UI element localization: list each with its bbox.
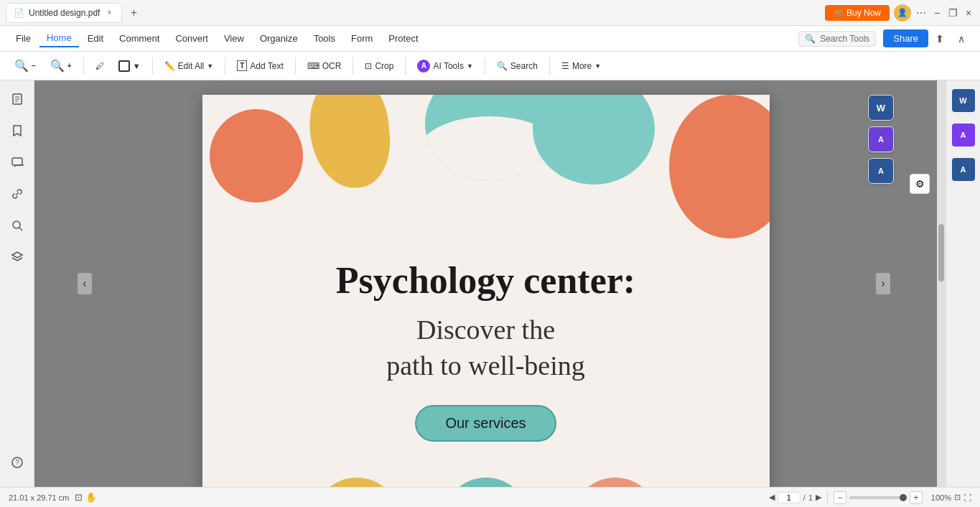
shape-orange-right [669,95,770,238]
hand-icon[interactable]: ✋ [85,492,97,503]
zoom-slider[interactable] [849,496,907,499]
pdf-text-content: Psychology center: Discover the path to … [202,246,770,470]
sidebar-pages-icon[interactable] [7,89,27,109]
shape-orange-left [210,109,303,203]
ocr-label: OCR [322,61,342,71]
menu-view[interactable]: View [217,30,251,47]
svg-text:?: ? [15,459,19,467]
next-page-arrow[interactable]: ▶ [816,493,821,502]
highlight-button[interactable]: 🖊 [90,58,110,74]
svg-rect-4 [12,158,22,165]
share-button[interactable]: Share [883,29,928,47]
separator-3 [225,57,225,75]
edit-all-button[interactable]: ✏️ Edit All ▼ [159,58,220,74]
avatar: 👤 [894,4,911,22]
collapse-button[interactable]: ∧ [951,29,971,49]
crop-icon: ⊡ [365,61,372,71]
separator-4 [295,57,296,75]
illustration-2 [443,478,529,487]
select-button[interactable]: ▼ [113,57,146,75]
settings-panel-btn[interactable]: ⚙ [910,174,930,194]
menu-form[interactable]: Form [344,30,380,47]
scroll-thumb[interactable] [938,224,944,282]
more-button[interactable]: ☰ More ▼ [556,58,607,74]
page-separator: / [803,493,806,502]
minimize-button[interactable]: ⋯ [915,7,927,19]
fullscreen-btn[interactable]: ⛶ [963,493,971,502]
menu-protect[interactable]: Protect [381,30,425,47]
page-navigation: ◀ / 1 ▶ [769,492,821,503]
new-tab-btn[interactable]: + [125,4,142,22]
menu-organize[interactable]: Organize [253,30,305,47]
prev-page-btn[interactable]: ‹ [78,273,92,294]
tab-close-btn[interactable]: × [104,8,114,18]
main-content: ? ‹ Psych [0,80,980,487]
more-arrow: ▼ [594,62,601,70]
zoom-in-button[interactable]: 🔍 + [45,56,78,75]
ocr-button[interactable]: ⌨ OCR [302,58,347,74]
zoom-in-icon: 🔍 [50,59,65,73]
ai-arrow: ▼ [467,62,473,70]
separator-2 [152,57,153,75]
search-icon: 🔍 [805,34,816,44]
next-page-btn[interactable]: › [876,273,890,294]
canvas-area[interactable]: ‹ Psychology center: [34,80,937,487]
right-panel-btn-3[interactable]: A [952,158,975,181]
zoom-control: − + 100% ⊡ ⛶ [834,491,971,504]
minimize-window[interactable]: − [931,7,943,19]
menu-convert[interactable]: Convert [168,30,215,47]
zoom-in-status-btn[interactable]: + [910,491,923,504]
word2-btn[interactable]: A [868,158,894,184]
search-tool-icon: 🔍 [497,61,508,71]
fit-icon[interactable]: ⊡ [75,492,83,503]
right-panel-btn-2[interactable]: A [952,124,975,146]
zoom-out-button[interactable]: 🔍 − [9,56,42,75]
status-bar-right: ◀ / 1 ▶ − + 100% ⊡ ⛶ [769,491,971,504]
prev-page-arrow[interactable]: ◀ [769,493,775,502]
fit-controls: ⊡ ✋ [75,492,97,503]
menu-home[interactable]: Home [39,29,79,47]
menu-edit[interactable]: Edit [80,30,111,47]
menu-file[interactable]: File [9,30,38,47]
add-text-label: Add Text [250,61,283,71]
fit-mode-btn[interactable]: ⊡ [954,493,961,502]
menu-tools[interactable]: Tools [307,30,342,47]
sidebar-bookmark-icon[interactable] [7,121,27,141]
crop-button[interactable]: ⊡ Crop [359,58,399,74]
restore-window[interactable]: ❐ [947,7,958,19]
search-button[interactable]: 🔍 Search [491,58,543,74]
current-page-input[interactable] [778,492,801,503]
sidebar-search-icon[interactable] [7,215,27,236]
menu-comment[interactable]: Comment [112,30,167,47]
right-panel-btn-1[interactable]: W [952,89,975,112]
search-tools-area[interactable]: 🔍 Search Tools [798,31,876,47]
ai-tools-button[interactable]: A AI Tools ▼ [411,57,478,75]
pdf-top-decorations [202,95,770,246]
file-name: Untitled design.pdf [29,8,100,18]
sidebar-link-icon[interactable] [7,184,27,204]
shape-yellow [305,95,394,191]
left-sidebar: ? [0,80,34,487]
word-convert-btn[interactable]: W [868,95,894,121]
file-tab[interactable]: 📄 Untitled design.pdf × [6,3,122,23]
zoom-slider-thumb [900,494,907,501]
ai-panel-btn[interactable]: A [868,126,894,152]
buy-now-button[interactable]: 🛒 Buy Now [825,5,890,21]
svg-line-6 [19,228,22,231]
add-text-button[interactable]: T Add Text [231,57,289,74]
sidebar-comment-icon[interactable] [7,152,27,172]
total-pages: 1 [808,493,813,502]
upload-button[interactable]: ⬆ [930,29,950,49]
title-bar: 📄 Untitled design.pdf × + 🛒 Buy Now 👤 ⋯ … [0,0,980,26]
separator-7 [485,57,485,75]
status-separator [827,492,828,503]
scroll-track[interactable] [937,80,946,487]
sidebar-layers-icon[interactable] [7,247,27,267]
search-label: Search [510,61,538,71]
pdf-main-title: Psychology center: [246,260,727,301]
tab-area: 📄 Untitled design.pdf × + [6,3,142,23]
close-window[interactable]: × [963,7,974,19]
zoom-out-status-btn[interactable]: − [834,491,846,504]
sidebar-help-icon[interactable]: ? [7,452,27,473]
more-label: More [572,61,592,71]
